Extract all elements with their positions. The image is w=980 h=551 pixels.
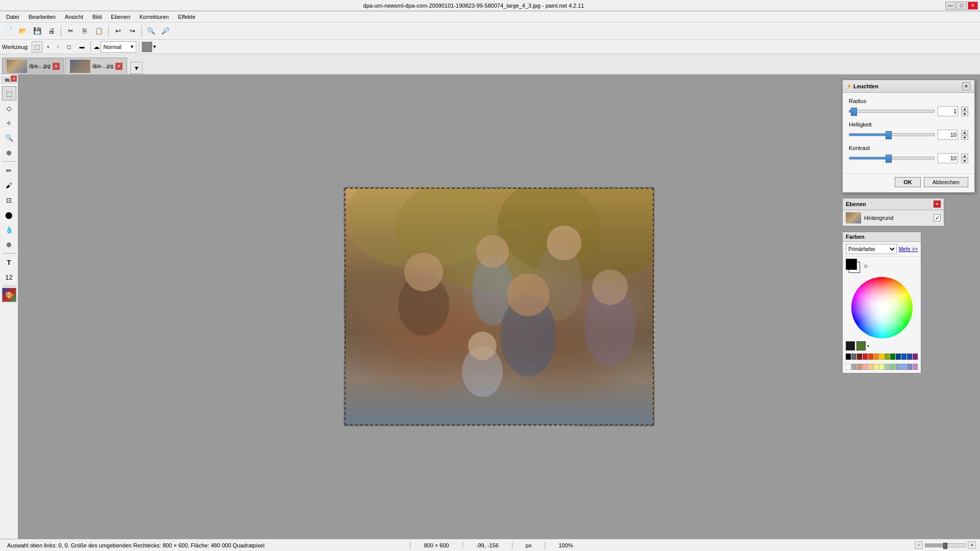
swatch-r12[interactable] [913, 364, 918, 370]
swatch-12[interactable] [913, 354, 918, 360]
menu-ansicht[interactable]: Ansicht [61, 13, 87, 21]
swatch-r4[interactable] [868, 364, 873, 370]
swatch-r3[interactable] [863, 364, 868, 370]
tool-text[interactable]: T [2, 255, 16, 269]
color-wheel[interactable] [851, 277, 913, 338]
zoom-in-status[interactable]: + [968, 541, 976, 549]
ok-button[interactable]: OK [895, 177, 921, 187]
layer-hintergrund[interactable]: Hintergrund ✓ [843, 210, 944, 226]
swatch-r7[interactable] [885, 364, 890, 370]
menu-korrekturen[interactable]: Korrekturen [135, 13, 173, 21]
swatch-r1[interactable] [851, 364, 856, 370]
radius-slider[interactable] [849, 110, 935, 113]
tool-clone[interactable]: ⊕ [2, 237, 16, 252]
add-tab-button[interactable]: ▾ [130, 62, 142, 74]
tool-zoom2[interactable]: ⊕ [2, 145, 16, 160]
kontrast-thumb[interactable] [886, 155, 892, 163]
tools-panel-close[interactable]: ✕ [11, 76, 17, 82]
helligkeit-up[interactable]: ▲ [961, 130, 968, 135]
menu-datei[interactable]: Datei [2, 13, 23, 21]
swatch-5[interactable] [874, 354, 879, 360]
swatch-1[interactable] [851, 354, 856, 360]
menu-effekte[interactable]: Effekte [174, 13, 200, 21]
close-button[interactable]: ✕ [968, 2, 978, 10]
mode-dropdown[interactable]: Normal ▾ [101, 41, 136, 53]
swatch-8[interactable] [890, 354, 895, 360]
tool-magic-wand[interactable]: ⟡ [2, 116, 16, 130]
radius-thumb[interactable] [851, 108, 857, 116]
black-swatch[interactable] [846, 341, 855, 350]
maximize-button[interactable]: □ [957, 2, 967, 10]
tool-btn4[interactable]: ◻ [63, 41, 75, 53]
tool-color[interactable]: 🎨 [2, 288, 16, 302]
open-button[interactable]: 📂 [16, 24, 30, 38]
swatch-r6[interactable] [879, 364, 885, 370]
tool-eraser[interactable]: ⊡ [2, 193, 16, 207]
cut-button[interactable]: ✂ [64, 24, 77, 38]
farben-tab-select[interactable]: Primärfarbe Sekundärfarbe [846, 244, 897, 254]
helligkeit-thumb[interactable] [886, 131, 892, 139]
print-button[interactable]: 🖨 [45, 24, 58, 38]
zoom-thumb[interactable] [943, 543, 947, 549]
swatch-2[interactable] [857, 354, 862, 360]
swatch-9[interactable] [896, 354, 901, 360]
abbrechen-button[interactable]: Abbrechen [924, 177, 968, 187]
save-button[interactable]: 💾 [31, 24, 44, 38]
minimize-button[interactable]: — [945, 2, 955, 10]
radius-up[interactable]: ▲ [961, 107, 968, 111]
tool-btn3[interactable]: ▫ [54, 41, 63, 53]
swatch-6[interactable] [879, 354, 885, 360]
kontrast-slider[interactable] [849, 157, 935, 160]
swatch-r2[interactable] [857, 364, 862, 370]
swatch-r9[interactable] [896, 364, 901, 370]
helligkeit-slider[interactable] [849, 133, 935, 136]
color-indicator[interactable] [856, 341, 866, 350]
menu-bild[interactable]: Bild [88, 13, 106, 21]
swatch-0[interactable] [846, 354, 851, 360]
paste-button[interactable]: 📋 [92, 24, 106, 38]
swatch-3[interactable] [863, 354, 868, 360]
tool-rect-select[interactable]: ⬚ [2, 86, 16, 101]
zoom-out-status[interactable]: − [915, 541, 923, 549]
tool-free-select[interactable]: ◇ [2, 101, 16, 115]
tool-zoom[interactable]: 🔍 [2, 131, 16, 145]
tab-2-close[interactable]: ✕ [115, 63, 122, 70]
kontrast-up[interactable]: ▲ [961, 154, 968, 158]
layer-visibility[interactable]: ✓ [934, 214, 941, 221]
swatch-7[interactable] [885, 354, 890, 360]
menu-bearbeiten[interactable]: Bearbeiten [24, 13, 60, 21]
radius-down[interactable]: ▼ [961, 112, 968, 116]
tool-pencil[interactable]: ✏ [2, 163, 16, 178]
zoom-slider[interactable] [925, 543, 966, 547]
swatch-r0[interactable] [846, 364, 851, 370]
leuchten-close-button[interactable]: ✕ [962, 82, 970, 90]
tab-2[interactable]: dpa-...jpg ✕ [65, 58, 128, 74]
swatch-11[interactable] [907, 354, 912, 360]
undo-button[interactable]: ↩ [111, 24, 125, 38]
zoom-out-button[interactable]: 🔎 [159, 24, 172, 38]
tool-btn5[interactable]: ▬ [76, 41, 88, 53]
swatch-10[interactable] [901, 354, 906, 360]
tab-1-close[interactable]: ✕ [53, 63, 60, 70]
tool-brush[interactable]: 🖌 [2, 178, 16, 192]
color-arrows[interactable]: ▾ [867, 344, 869, 348]
farben-mehr[interactable]: Mehr >> [899, 246, 918, 252]
swatch-4[interactable] [868, 354, 873, 360]
tool-btn2[interactable]: ▪ [43, 41, 53, 53]
helligkeit-down[interactable]: ▼ [961, 135, 968, 140]
foreground-color-swatch[interactable] [846, 259, 857, 270]
tool-rect[interactable]: ⬚ [32, 41, 42, 53]
tool-dropper[interactable]: 💧 [2, 222, 16, 237]
swatch-r10[interactable] [901, 364, 906, 370]
swatch-r11[interactable] [907, 364, 912, 370]
tool-number[interactable]: 12 [2, 270, 16, 284]
swatch-r5[interactable] [874, 364, 879, 370]
ebenen-close-button[interactable]: ✕ [934, 201, 941, 208]
copy-button[interactable]: ⎘ [78, 24, 91, 38]
redo-button[interactable]: ↪ [126, 24, 139, 38]
zoom-in-button[interactable]: 🔍 [144, 24, 158, 38]
menu-ebenen[interactable]: Ebenen [107, 13, 134, 21]
new-button[interactable]: 📄 [2, 24, 15, 38]
kontrast-down[interactable]: ▼ [961, 159, 968, 163]
swatch-r8[interactable] [890, 364, 895, 370]
